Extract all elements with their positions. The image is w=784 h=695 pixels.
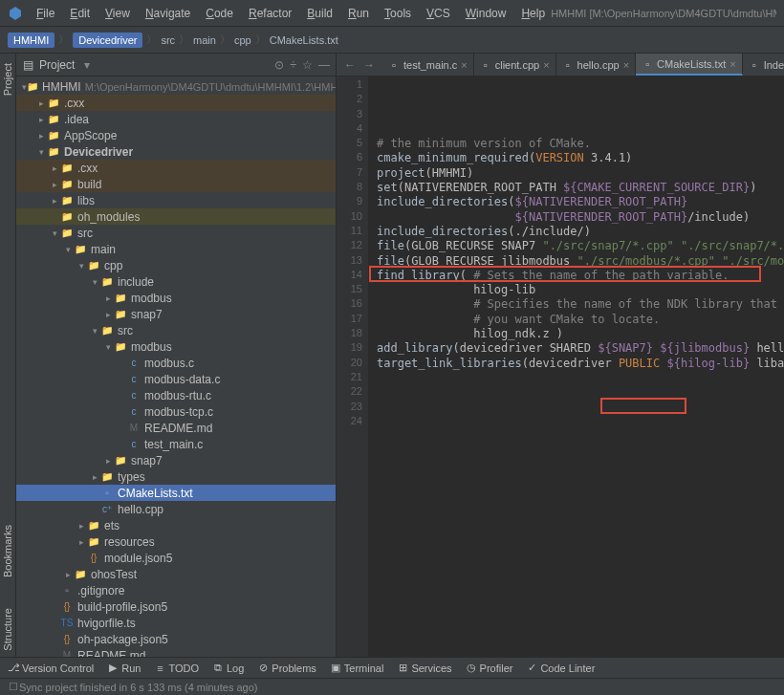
forward-icon[interactable]: → (363, 58, 375, 72)
menu-file[interactable]: File (31, 5, 60, 22)
back-icon[interactable]: ← (344, 58, 356, 72)
status-version-control[interactable]: ⎇Version Control (8, 662, 94, 674)
chevron-icon[interactable]: ▸ (49, 180, 60, 189)
chevron-icon[interactable]: ▸ (102, 293, 114, 303)
breadcrumb-item[interactable]: Devicedriver (73, 33, 142, 48)
chevron-icon[interactable]: ▸ (35, 131, 47, 141)
tree-row[interactable]: TShvigorfile.ts (16, 615, 336, 631)
tree-row[interactable]: ▸📁snap7 (16, 306, 336, 322)
editor-tab[interactable]: ▫hello.cpp× (556, 54, 636, 76)
tree-row[interactable]: cmodbus-data.c (16, 371, 336, 387)
tree-row[interactable]: cmodbus.c (16, 355, 336, 371)
sidebar-tab-project[interactable]: Project (0, 57, 15, 101)
editor-tab[interactable]: ▫Index.ets× (743, 54, 784, 76)
chevron-icon[interactable]: ▸ (102, 310, 114, 319)
chevron-icon[interactable]: ▸ (102, 456, 114, 466)
close-icon[interactable]: × (543, 59, 549, 71)
menu-window[interactable]: Window (460, 5, 512, 22)
chevron-icon[interactable]: ▸ (76, 537, 87, 547)
chevron-icon[interactable]: ▸ (62, 570, 74, 579)
tree-row[interactable]: ▾📁Devicedriver (16, 143, 336, 160)
chevron-icon[interactable]: ▾ (49, 228, 60, 238)
tree-row[interactable]: ▾📁modbus (16, 338, 336, 355)
tree-row[interactable]: ▸📁modbus (16, 290, 336, 306)
chevron-icon[interactable]: ▸ (49, 196, 60, 206)
editor-tab[interactable]: ▫test_main.c× (382, 54, 474, 76)
tree-row[interactable]: cmodbus-rtu.c (16, 387, 336, 403)
close-icon[interactable]: × (730, 58, 735, 70)
status-services[interactable]: ⊞Services (397, 662, 451, 674)
tree-row[interactable]: ▾📁cpp (16, 257, 336, 273)
tree-row[interactable]: ▾📁main (16, 241, 336, 257)
chevron-icon[interactable]: ▸ (35, 115, 47, 124)
tree-row[interactable]: ▸📁libs (16, 192, 336, 208)
status-terminal[interactable]: ▣Terminal (330, 662, 384, 674)
tree-row[interactable]: ▸📁ets (16, 517, 336, 533)
chevron-icon[interactable]: ▾ (89, 326, 100, 336)
menu-build[interactable]: Build (301, 5, 338, 22)
menu-run[interactable]: Run (342, 5, 375, 22)
tree-row[interactable]: 📁oh_modules (16, 208, 336, 225)
close-icon[interactable]: × (623, 59, 629, 71)
toolbar-icon[interactable]: ☆ (302, 58, 313, 72)
status-log[interactable]: ⧉Log (212, 662, 244, 674)
sidebar-tab-bookmarks[interactable]: Bookmarks (0, 519, 15, 583)
toolbar-icon[interactable]: ÷ (290, 58, 296, 72)
toolbar-icon[interactable]: — (318, 58, 330, 72)
status-problems[interactable]: ⊘Problems (257, 662, 316, 674)
tree-row[interactable]: ▸📁.cxx (16, 160, 336, 176)
menu-navigate[interactable]: Navigate (140, 5, 196, 22)
tree-row[interactable]: {}module.json5 (16, 550, 336, 566)
sidebar-tab-structure[interactable]: Structure (0, 602, 15, 657)
status-profiler[interactable]: ◷Profiler (466, 662, 513, 674)
breadcrumb-item[interactable]: HMHMI (8, 33, 54, 48)
status-run[interactable]: ▶Run (107, 662, 141, 674)
toolbar-icon[interactable]: ⊙ (274, 58, 284, 72)
tree-row[interactable]: MREADME.md (16, 647, 336, 657)
menu-help[interactable]: Help (515, 5, 551, 22)
chevron-icon[interactable]: ▾ (62, 245, 74, 254)
breadcrumb-item[interactable]: CMakeLists.txt (270, 34, 338, 46)
breadcrumb-item[interactable]: src (161, 34, 175, 46)
menu-vcs[interactable]: VCS (421, 5, 456, 22)
tree-row[interactable]: {}oh-package.json5 (16, 631, 336, 647)
chevron-icon[interactable]: ▾ (102, 342, 114, 352)
chevron-down-icon[interactable]: ▾ (84, 58, 90, 72)
tree-row[interactable]: ▫.gitignore (16, 582, 336, 598)
status-code-linter[interactable]: ✓Code Linter (526, 662, 595, 674)
tree-row[interactable]: ▸📁resources (16, 533, 336, 550)
tree-row[interactable]: ctest_main.c (16, 436, 336, 452)
editor-tab[interactable]: ▫client.cpp× (474, 54, 556, 76)
tree-row[interactable]: ▫CMakeLists.txt (16, 485, 336, 501)
chevron-icon[interactable]: ▸ (49, 163, 60, 173)
close-icon[interactable]: × (461, 59, 467, 71)
tree-row[interactable]: ▸📁build (16, 176, 336, 192)
tree-row[interactable]: {}build-profile.json5 (16, 598, 336, 615)
menu-code[interactable]: Code (200, 5, 239, 22)
chevron-icon[interactable]: ▾ (35, 147, 47, 157)
status-todo[interactable]: ≡TODO (154, 662, 199, 674)
menu-tools[interactable]: Tools (379, 5, 417, 22)
tree-row[interactable]: ▸📁.cxx (16, 95, 336, 111)
chevron-icon[interactable]: ▾ (76, 261, 87, 271)
breadcrumb-item[interactable]: main (193, 34, 216, 46)
menu-view[interactable]: View (99, 5, 136, 22)
tree-row[interactable]: MREADME.md (16, 420, 336, 436)
chevron-icon[interactable]: ▸ (89, 472, 100, 482)
tree-row[interactable]: ▸📁snap7 (16, 452, 336, 468)
chevron-icon[interactable]: ▸ (76, 521, 87, 531)
tree-row[interactable]: ▾📁src (16, 322, 336, 338)
editor-tab[interactable]: ▫CMakeLists.txt× (636, 54, 743, 76)
tree-row[interactable]: ▸📁ohosTest (16, 566, 336, 582)
tree-row[interactable]: cmodbus-tcp.c (16, 403, 336, 420)
tree-row[interactable]: ▾📁HMHMIM:\OpenHarmony\DM4GDTU\dmdtu\HMHM… (16, 78, 336, 95)
tree-row[interactable]: ▾📁include (16, 273, 336, 290)
chevron-icon[interactable]: ▸ (35, 98, 47, 108)
tree-row[interactable]: ▸📁.idea (16, 111, 336, 127)
chevron-icon[interactable]: ▾ (89, 277, 100, 287)
tree-row[interactable]: ▸📁AppScope (16, 127, 336, 143)
menu-refactor[interactable]: Refactor (243, 5, 297, 22)
tree-row[interactable]: c⁺hello.cpp (16, 501, 336, 517)
code-editor[interactable]: # the minimum version of CMake.cmake_min… (369, 76, 784, 657)
tree-row[interactable]: ▸📁types (16, 468, 336, 485)
